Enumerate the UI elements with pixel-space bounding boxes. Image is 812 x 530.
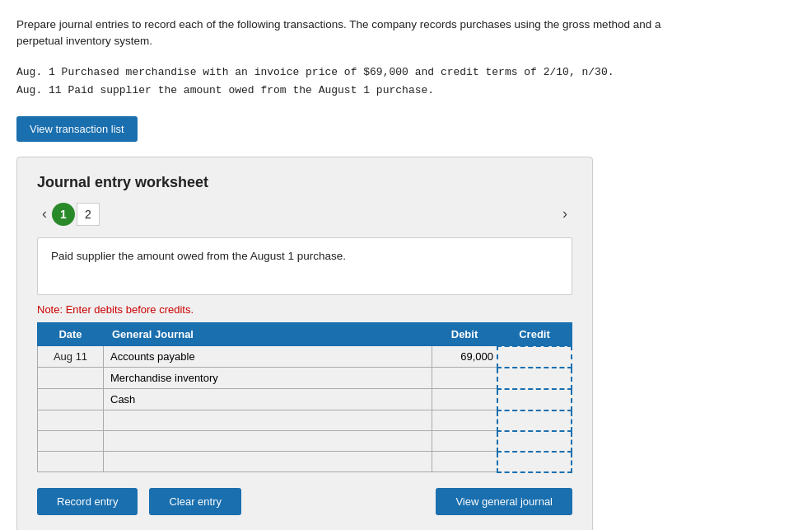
credit-input[interactable] [503,393,566,406]
tabs-row: ‹ 1 2 › [37,203,572,226]
account-input[interactable] [110,415,427,427]
debit-input[interactable] [437,372,494,384]
transactions-block: Aug. 1 Purchased merchandise with an inv… [16,63,796,100]
debit-input[interactable] [437,456,494,468]
table-row-credit[interactable] [497,389,572,410]
clear-entry-button[interactable]: Clear entry [149,488,241,515]
table-row-debit[interactable] [432,452,497,472]
tab-next-button[interactable]: › [558,204,572,224]
account-input[interactable] [110,456,427,468]
table-row-debit[interactable] [432,389,497,410]
debit-input[interactable] [437,435,494,448]
tab-prev-button[interactable]: ‹ [37,204,52,224]
table-row-account[interactable] [104,389,432,410]
table-row-credit[interactable] [497,368,572,389]
view-general-journal-button[interactable]: View general journal [436,488,572,515]
table-row-date [38,431,104,452]
table-row-credit[interactable] [497,410,572,431]
instructions: Prepare journal entries to record each o… [16,16,774,50]
col-header-credit: Credit [497,322,572,346]
table-row-date: Aug 11 [38,346,104,368]
table-row-credit[interactable] [497,346,572,368]
credit-input[interactable] [503,372,566,384]
debit-input[interactable] [437,350,494,363]
chevron-right-icon: › [562,205,567,222]
table-row-date [38,410,104,431]
chevron-left-icon: ‹ [42,205,47,222]
tab-2-inactive[interactable]: 2 [77,203,100,226]
table-row-account[interactable] [104,368,432,389]
account-input[interactable] [110,372,427,384]
action-buttons-row: Record entry Clear entry View general jo… [37,488,572,515]
table-row-credit[interactable] [497,431,572,452]
debit-input[interactable] [437,393,494,406]
description-box: Paid supplier the amount owed from the A… [37,237,572,295]
worksheet-container: Journal entry worksheet ‹ 1 2 › Paid sup… [16,157,593,530]
table-row-account[interactable] [104,346,432,368]
table-row-debit[interactable] [432,368,497,389]
record-entry-button[interactable]: Record entry [37,488,138,515]
table-row-debit[interactable] [432,410,497,431]
credit-input[interactable] [503,435,566,448]
table-row-date [38,452,104,472]
credit-input[interactable] [503,350,566,363]
note-text: Note: Enter debits before credits. [37,303,572,316]
table-row-account[interactable] [104,431,432,452]
view-transaction-list-button[interactable]: View transaction list [16,116,138,142]
table-row-debit[interactable] [432,431,497,452]
table-row-debit[interactable] [432,346,497,368]
table-row-date [38,368,104,389]
credit-input[interactable] [503,456,566,468]
debit-input[interactable] [437,415,494,427]
table-row-account[interactable] [104,452,432,472]
col-header-debit: Debit [432,322,497,346]
table-row-date [38,389,104,410]
account-input[interactable] [110,350,427,363]
table-row-credit[interactable] [497,452,572,472]
credit-input[interactable] [503,415,566,427]
worksheet-title: Journal entry worksheet [37,174,572,191]
table-row-account[interactable] [104,410,432,431]
journal-table: Date General Journal Debit Credit Aug 11 [37,322,572,473]
account-input[interactable] [110,435,427,448]
col-header-date: Date [38,322,104,346]
col-header-general-journal: General Journal [104,322,432,346]
account-input[interactable] [110,393,427,406]
tab-1-active[interactable]: 1 [52,203,75,226]
